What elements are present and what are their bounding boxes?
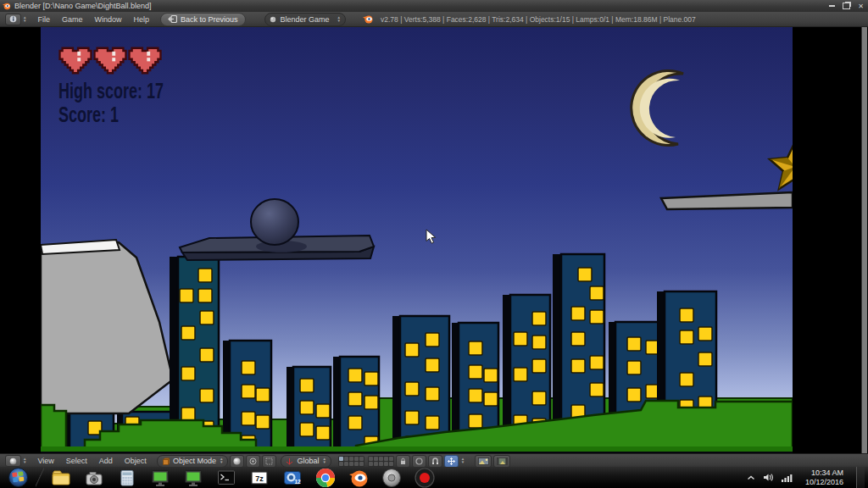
shading-sphere-icon <box>233 458 241 465</box>
viewport-background: High score: 17 Score: 1 <box>0 26 868 453</box>
taskbar-zip-icon[interactable]: 7z <box>242 467 275 488</box>
layer-cell[interactable] <box>389 457 393 461</box>
layer-cell[interactable] <box>349 457 353 461</box>
minimize-button[interactable] <box>825 1 839 11</box>
taskbar-bandicam-icon[interactable]: 12 <box>275 467 309 488</box>
layer-cell[interactable] <box>354 462 359 466</box>
layer-group-2[interactable] <box>368 456 394 467</box>
show-desktop-button[interactable] <box>856 467 865 488</box>
taskbar-separator <box>36 467 44 488</box>
menu-window[interactable]: Window <box>89 15 128 24</box>
view3d-editor-arrows[interactable]: ▲▼ <box>23 458 26 464</box>
taskbar-camera-icon[interactable] <box>77 467 110 488</box>
volume-icon[interactable] <box>763 473 774 482</box>
taskbar-monitor-icon[interactable] <box>143 467 176 488</box>
taskbar-blender-icon[interactable] <box>342 467 375 488</box>
proportional-edit-button[interactable] <box>412 455 426 468</box>
blender-logo-icon <box>3 2 11 10</box>
manipulator-icon <box>265 458 273 465</box>
layer-cell[interactable] <box>344 462 348 466</box>
layer-cell[interactable] <box>354 457 359 461</box>
mode-selector-value: Object Mode <box>173 457 216 465</box>
pivot-point-button[interactable] <box>246 455 260 468</box>
view3d-menus: ViewSelectAddObject <box>31 457 152 465</box>
proportional-circle-icon <box>415 458 423 465</box>
layer-cell[interactable] <box>384 462 388 466</box>
snap-button[interactable] <box>428 455 442 468</box>
viewport-shading-button[interactable] <box>230 455 244 468</box>
view3d-menu-view[interactable]: View <box>31 457 59 465</box>
view3d-menu-object[interactable]: Object <box>119 457 153 465</box>
layer-cell[interactable] <box>359 457 364 461</box>
manipulator-toggle-button[interactable] <box>262 455 276 468</box>
svg-text:12: 12 <box>294 479 301 485</box>
editor-type-button[interactable] <box>5 14 21 25</box>
snap-element-arrows[interactable]: ▲▼ <box>461 458 465 464</box>
title-bar[interactable]: Blender [D:\Nano Game\DightBall.blend] ✕ <box>0 0 868 12</box>
layer-cell[interactable] <box>349 462 353 466</box>
menu-file[interactable]: File <box>31 15 56 24</box>
view3d-editor-type-button[interactable] <box>5 455 21 467</box>
tray-time: 10:34 AM <box>805 469 843 478</box>
scene-selector-arrows[interactable]: ▲▼ <box>337 16 341 23</box>
taskbar-terminal-icon[interactable] <box>209 467 242 488</box>
translate-manipulator-button[interactable] <box>444 455 459 468</box>
start-button[interactable] <box>0 467 36 488</box>
orientation-value: Global <box>297 457 319 465</box>
layer-cell[interactable] <box>389 462 393 466</box>
lock-layers-button[interactable] <box>396 455 410 468</box>
tray-clock[interactable]: 10:34 AM 10/12/2016 <box>800 469 849 486</box>
menu-game[interactable]: Game <box>56 15 89 24</box>
layers-widget[interactable] <box>338 456 394 467</box>
layer-group-1[interactable] <box>338 456 364 467</box>
render-anim-button[interactable] <box>493 455 510 468</box>
tray-expand-icon[interactable] <box>747 474 755 481</box>
translate-arrows-icon <box>448 458 455 465</box>
score-hud: High score: 17 Score: 1 <box>58 79 164 126</box>
menu-help[interactable]: Help <box>128 15 156 24</box>
back-to-previous-button[interactable]: Back to Previous <box>160 13 246 26</box>
system-tray: 10:34 AM 10/12/2016 <box>747 467 868 488</box>
heart-icon <box>128 47 162 75</box>
layer-cell[interactable] <box>344 457 348 461</box>
network-icon[interactable] <box>782 474 793 482</box>
restore-button[interactable] <box>839 1 854 11</box>
taskbar-chrome-icon[interactable] <box>309 467 342 488</box>
layer-cell[interactable] <box>384 457 388 461</box>
view3d-menu-add[interactable]: Add <box>93 457 119 465</box>
scene-selector[interactable]: Blender Game ▲▼ <box>264 13 346 26</box>
tray-date: 10/12/2016 <box>805 478 843 487</box>
layer-cell[interactable] <box>339 457 343 461</box>
editor-type-arrows[interactable]: ▲▼ <box>23 16 26 23</box>
magnet-icon <box>431 458 439 465</box>
orientation-arrows[interactable]: ▲▼ <box>322 458 326 464</box>
taskbar-record-icon[interactable] <box>408 467 441 488</box>
layer-cell[interactable] <box>374 457 378 461</box>
layer-cell[interactable] <box>359 462 364 466</box>
render-opengl-button[interactable] <box>475 455 492 468</box>
mode-selector-arrows[interactable]: ▲▼ <box>220 458 223 464</box>
taskbar-monitor-icon[interactable] <box>176 467 209 488</box>
status-stats: v2.78 | Verts:5,388 | Faces:2,628 | Tris… <box>381 15 696 24</box>
mode-selector[interactable]: Object Mode ▲▼ <box>157 455 229 468</box>
info-header: ▲▼ FileGameWindowHelp Back to Previous B… <box>0 12 868 27</box>
view3d-editor-icon <box>8 458 18 465</box>
close-button[interactable]: ✕ <box>854 1 868 11</box>
orientation-selector[interactable]: Global ▲▼ <box>281 455 331 468</box>
layer-cell[interactable] <box>379 462 383 466</box>
taskbar-knob-icon[interactable] <box>375 467 408 488</box>
view3d-menu-select[interactable]: Select <box>60 457 93 465</box>
taskbar-folder-icon[interactable] <box>44 467 77 488</box>
blender-version-icon <box>363 14 374 24</box>
layer-cell[interactable] <box>369 462 373 466</box>
game-viewport[interactable]: High score: 17 Score: 1 <box>41 26 793 453</box>
back-to-previous-label: Back to Previous <box>181 15 238 24</box>
layer-cell[interactable] <box>379 457 383 461</box>
info-menus: FileGameWindowHelp <box>31 15 155 24</box>
back-arrow-icon <box>168 15 177 23</box>
layer-cell[interactable] <box>369 457 373 461</box>
layer-cell[interactable] <box>374 462 378 466</box>
layer-cell[interactable] <box>339 462 343 466</box>
mouse-cursor <box>426 229 437 245</box>
taskbar-calculator-icon[interactable] <box>110 467 143 488</box>
